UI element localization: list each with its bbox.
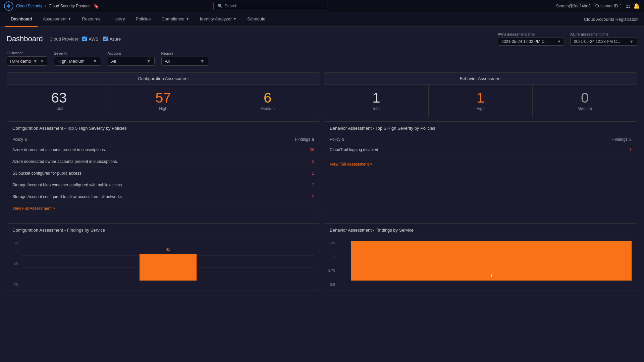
config-high-label: High [115,106,212,111]
behavior-full-assessment-link[interactable]: View Full Assessment > [330,162,372,167]
config-full-assessment-link[interactable]: View Full Assessment > [12,206,55,211]
behavior-assessment-header: Behavior Assessment [324,73,637,85]
breadcrumb-sep: > [44,4,47,8]
customer-dropdown[interactable]: ▼ [33,59,38,64]
config-chart-panel: Configuration Assessment - Findings by S… [7,223,320,291]
config-top5-panel: Configuration Assessment - Top 5 High Se… [7,121,320,215]
table-row: S3 bucket configured for public access 2 [7,168,320,179]
config-top5-header: Configuration Assessment - Top 5 High Se… [7,122,320,135]
chevron-down-icon: ▼ [186,17,189,21]
behavior-stat-high: 1 High [429,85,533,117]
behavior-policy-col-header: Policy ⇅ [330,137,591,142]
bell-icon[interactable]: 🔔 [633,3,640,9]
chart-bar: 41 [140,254,197,281]
dropdown-arrow-icon: ▼ [200,59,205,64]
topbar-right: Search@3ac24be3 Customer ID ˅ ☷ 🔔 [556,3,640,9]
breadcrumb-current: Cloud Security Posture [49,4,90,8]
table-row: Storage Account blob container configure… [7,179,320,191]
dropdown-arrow-icon: ▼ [557,39,561,44]
config-high-number: 57 [115,91,212,105]
azure-checkbox[interactable] [103,37,108,41]
azure-checkbox-label[interactable]: Azure [103,37,121,42]
behavior-total-label: Total [328,106,425,111]
aws-checkbox-label[interactable]: AWS [82,37,98,42]
region-value: All [165,59,170,64]
behavior-stat-medium: 0 Medium [533,85,637,117]
behavior-chart-area: 1.25 1 0.75 0.5 1 [324,237,637,291]
severity-value: High, Medium [58,59,85,64]
severity-filter: Severity High, Medium ▼ [54,51,101,66]
nav-item-policies[interactable]: Policies [130,12,156,27]
config-medium-number: 6 [219,91,316,105]
nav-item-identity-analyzer[interactable]: Identity Analyzer ▼ [195,12,242,27]
nav-item-resource[interactable]: Resource [76,12,106,27]
table-row: Azure deprecated accounts present in sub… [7,144,320,156]
aws-time-label: AWS assessment time [498,32,565,36]
account-dropdown[interactable]: All ▼ [108,57,155,66]
assessment-times: AWS assessment time 2021-05-24 12:32 PM … [498,32,637,46]
table-row: CloudTrail logging disabled 1 [324,144,637,156]
nav-item-history[interactable]: History [106,12,130,27]
grid-icon[interactable]: ☷ [626,3,631,9]
search-bar[interactable]: 🔍 Search [213,2,327,10]
assessment-headers-row: Configuration Assessment 63 Total 57 Hig… [7,72,637,117]
behavior-table-cols: Policy ⇅ Findings ⇅ [324,135,637,144]
topbar-user: Search@3ac24be3 [556,4,591,8]
behavior-high-number: 1 [432,91,529,105]
region-dropdown[interactable]: All ▼ [161,57,208,66]
behavior-medium-label: Medium [536,106,634,111]
close-icon[interactable]: ✕ [40,58,45,64]
config-medium-label: Medium [219,106,316,111]
app-logo [4,1,13,11]
account-value: All [111,59,116,64]
customer-filter-tag: TMM demo ▼ ✕ [7,56,47,66]
account-filter: Account All ▼ [108,51,155,66]
nav-item-assessment[interactable]: Assessment ▼ [38,12,77,27]
severity-filter-label: Severity [54,51,101,55]
config-chart-area: 60 40 20 41 [7,237,320,291]
bookmark-icon[interactable]: 🔖 [93,3,99,9]
dashboard-header: Dashboard Cloud Provider: AWS Azure AWS … [7,32,637,46]
behavior-medium-number: 0 [536,91,634,105]
cloud-provider-label: Cloud Provider: [50,37,80,42]
dropdown-arrow-icon: ▼ [630,39,634,44]
dropdown-arrow-icon: ▼ [147,59,151,64]
behavior-chart-bar: 1 [351,241,632,281]
behavior-stat-total: 1 Total [324,85,429,117]
nav-cloud-accounts[interactable]: Cloud Accounts Registration [584,17,639,22]
behavior-view-link[interactable]: View Full Assessment > [324,159,637,171]
severity-dropdown[interactable]: High, Medium ▼ [54,57,101,66]
nav-item-schedule[interactable]: Schedule [242,12,271,27]
config-policy-col-header: Policy ⇅ [12,137,274,142]
behavior-y-axis: 1.25 1 0.75 0.5 [324,241,336,287]
azure-time-value[interactable]: 2021-05-24 12:23 PM C... ▼ [570,38,637,46]
nav-item-dashboard[interactable]: Dashboard [5,12,38,27]
aws-time-value[interactable]: 2021-05-24 12:32 PM C... ▼ [498,38,565,46]
behavior-top5-panel: Behavior Assessment - Top 5 High Severit… [324,121,637,215]
sort-icon[interactable]: ⇅ [342,138,344,141]
sort-icon[interactable]: ⇅ [312,138,314,141]
sort-icon[interactable]: ⇅ [629,138,632,141]
dropdown-arrow-icon: ▼ [33,59,38,64]
config-table-cols: Policy ⇅ Findings ⇅ [7,135,320,144]
azure-time-label: Azure assessment time [570,32,637,36]
behavior-stats-row: 1 Total 1 High 0 Medium [324,85,637,117]
chart-bar-label: 1 [490,273,493,278]
aws-checkbox[interactable] [82,37,87,41]
nav-item-compliance[interactable]: Compliance ▼ [156,12,195,27]
config-total-number: 63 [10,91,108,105]
search-placeholder: Search [225,4,237,8]
azure-label: Azure [109,37,121,42]
config-y-axis: 60 40 20 [7,241,19,287]
topbar-customer[interactable]: Customer ID ˅ [595,4,621,8]
config-view-link[interactable]: View Full Assessment > [7,203,320,215]
sort-icon[interactable]: ⇅ [24,138,27,141]
config-assessment-panel: Configuration Assessment 63 Total 57 Hig… [7,72,320,117]
filters-row: Customer TMM demo ▼ ✕ Severity High, Med… [7,51,637,66]
customer-filter: Customer TMM demo ▼ ✕ [7,51,47,66]
breadcrumb-app[interactable]: Cloud Security [16,4,42,8]
behavior-top5-header: Behavior Assessment - Top 5 High Severit… [324,122,637,135]
aws-assessment-time: AWS assessment time 2021-05-24 12:32 PM … [498,32,565,46]
config-total-label: Total [10,106,108,111]
chevron-down-icon: ▼ [68,17,71,21]
